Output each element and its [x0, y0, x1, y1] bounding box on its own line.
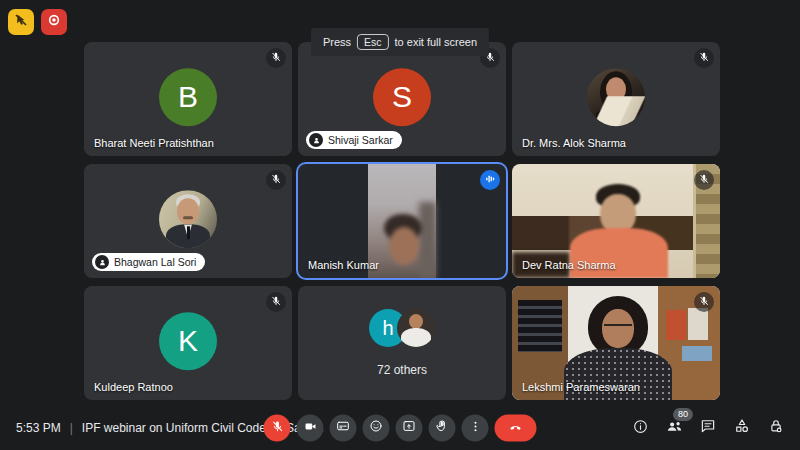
mic-off-icon — [270, 171, 282, 189]
mic-status-chip — [694, 170, 714, 190]
divider: | — [70, 421, 73, 435]
avatar: K — [159, 312, 217, 370]
speaking-indicator-chip — [480, 170, 500, 190]
right-panel-controls: 80 — [630, 418, 786, 438]
avatar-initial: h — [382, 317, 393, 340]
chat-icon — [699, 417, 717, 439]
mic-off-icon — [698, 171, 710, 189]
participant-tile-lekshmi-parameswaran[interactable]: Lekshmi Parameswaran — [512, 286, 720, 400]
mic-off-icon — [698, 49, 710, 67]
participant-tile-dev-ratna-sharma[interactable]: Dev Ratna Sharma — [512, 164, 720, 278]
cursor-blocked-icon — [13, 12, 29, 32]
info-icon — [632, 418, 649, 439]
participant-tile-kuldeep-ratnoo[interactable]: K Kuldeep Ratnoo — [84, 286, 292, 400]
person-icon — [309, 133, 323, 147]
extension-badge-cursor-blocked[interactable] — [8, 9, 34, 35]
avatar-initial: B — [178, 80, 198, 114]
pinned-name-pill: Shivaji Sarkar — [306, 131, 402, 149]
participant-name: Dev Ratna Sharma — [522, 259, 616, 271]
avatar: B — [159, 68, 217, 126]
audio-level-icon — [484, 171, 496, 189]
mic-status-chip — [694, 48, 714, 68]
more-options-button[interactable] — [462, 415, 489, 442]
chat-button[interactable] — [698, 418, 718, 438]
participant-count-badge: 80 — [673, 408, 693, 421]
lock-icon — [767, 417, 785, 439]
pinned-name-pill: Bhagwan Lal Sori — [92, 253, 205, 271]
participant-name: Lekshmi Parameswaran — [522, 381, 640, 393]
raise-hand-icon — [435, 419, 450, 438]
participant-name: Manish Kumar — [308, 259, 379, 271]
mic-off-icon — [270, 49, 282, 67]
avatar-photo — [397, 309, 435, 347]
overflow-avatars: h — [369, 309, 435, 347]
participant-tile-bharat-neeti-pratishthan[interactable]: B Bharat Neeti Pratishthan — [84, 42, 292, 156]
camera-button[interactable] — [297, 415, 324, 442]
activities-icon — [733, 417, 751, 439]
clock-time: 5:53 PM — [16, 421, 61, 435]
avatar-photo — [587, 68, 645, 126]
others-count-label: 72 others — [298, 363, 506, 377]
avatar-photo — [159, 190, 217, 248]
avatar: S — [373, 68, 431, 126]
esc-keycap: Esc — [357, 34, 389, 50]
participant-name: Bhagwan Lal Sori — [114, 256, 196, 268]
control-bar: 5:53 PM | IPF webinar on Uniform Civil C… — [0, 406, 800, 450]
more-options-icon — [468, 419, 482, 437]
host-controls-button[interactable] — [766, 418, 786, 438]
overflow-tile-72-others[interactable]: h 72 others — [298, 286, 506, 400]
person-icon — [95, 255, 109, 269]
mic-status-chip — [266, 48, 286, 68]
mic-status-chip — [694, 292, 714, 312]
activities-button[interactable] — [732, 418, 752, 438]
avatar-initial: K — [178, 324, 198, 358]
participant-tile-shivaji-sarkar[interactable]: S Shivaji Sarkar — [298, 42, 506, 156]
participant-tile-alok-sharma[interactable]: Dr. Mrs. Alok Sharma — [512, 42, 720, 156]
camera-icon — [303, 419, 317, 437]
present-icon — [402, 419, 417, 438]
participant-tile-bhagwan-lal-sori[interactable]: Bhagwan Lal Sori — [84, 164, 292, 278]
people-button[interactable]: 80 — [664, 418, 684, 438]
participant-name: Dr. Mrs. Alok Sharma — [522, 137, 626, 149]
avatar-initial: S — [392, 80, 412, 114]
captions-icon — [336, 419, 351, 438]
mic-off-icon — [698, 293, 710, 311]
participant-tile-manish-kumar-active-speaker[interactable]: Manish Kumar — [298, 164, 506, 278]
meeting-details-button[interactable] — [630, 418, 650, 438]
participant-name: Bharat Neeti Pratishthan — [94, 137, 214, 149]
banner-text-prefix: Press — [323, 36, 351, 48]
extension-badge-record[interactable] — [41, 9, 67, 35]
mic-status-chip — [266, 292, 286, 312]
raise-hand-button[interactable] — [429, 415, 456, 442]
call-controls — [264, 415, 537, 442]
mic-off-icon — [270, 419, 284, 437]
mic-off-icon — [270, 293, 282, 311]
present-screen-button[interactable] — [396, 415, 423, 442]
fullscreen-exit-banner: Press Esc to exit full screen — [311, 28, 489, 56]
mic-off-button[interactable] — [264, 415, 291, 442]
record-icon — [46, 12, 62, 32]
mic-status-chip — [266, 170, 286, 190]
participant-name: Kuldeep Ratnoo — [94, 381, 173, 393]
banner-text-suffix: to exit full screen — [395, 36, 478, 48]
captions-button[interactable] — [330, 415, 357, 442]
participant-name: Shivaji Sarkar — [328, 134, 393, 146]
end-call-button[interactable] — [495, 415, 537, 442]
reactions-button[interactable] — [363, 415, 390, 442]
end-call-icon — [508, 418, 524, 438]
smiley-icon — [369, 419, 384, 438]
